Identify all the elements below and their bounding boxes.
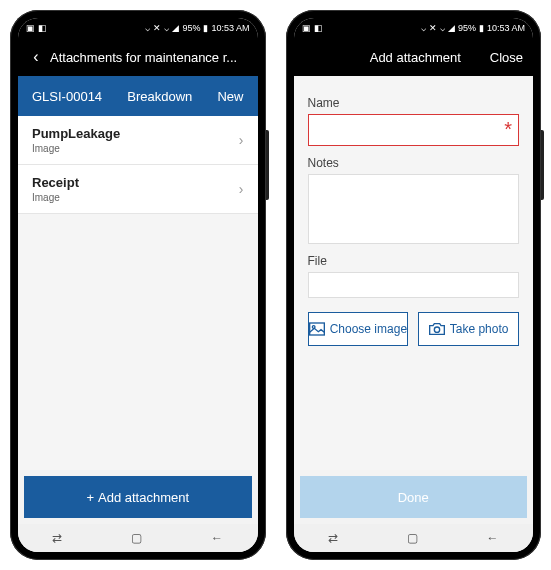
wifi-icon: ⌵: [440, 23, 445, 33]
back-nav-icon[interactable]: ←: [487, 531, 499, 545]
camera-icon: [429, 322, 445, 336]
appbar-title: Attachments for maintenance r...: [46, 50, 250, 65]
clock: 10:53 AM: [211, 23, 249, 33]
list-item[interactable]: PumpLeakage Image ›: [18, 116, 258, 165]
home-icon[interactable]: ▢: [407, 531, 418, 545]
file-label: File: [308, 254, 520, 268]
item-type: Image: [32, 143, 120, 154]
required-icon: *: [504, 119, 512, 139]
bluetooth-icon: ⌵: [421, 23, 426, 33]
signal-icon: ◢: [172, 23, 179, 33]
form-content: Name * Notes File Choose image: [294, 76, 534, 470]
item-name: PumpLeakage: [32, 126, 120, 141]
statusbar-app-icon2: ◧: [314, 23, 323, 33]
wifi-icon: ⌵: [164, 23, 169, 33]
screen-right: ▣ ◧ ⌵ ✕ ⌵ ◢ 95% ▮ 10:53 AM Add attachmen…: [294, 18, 534, 552]
attachments-list: PumpLeakage Image › Receipt Image ›: [18, 116, 258, 470]
statusbar: ▣ ◧ ⌵ ✕ ⌵ ◢ 95% ▮ 10:53 AM: [294, 18, 534, 38]
home-icon[interactable]: ▢: [131, 531, 142, 545]
notes-input[interactable]: [308, 174, 520, 244]
chevron-right-icon: ›: [239, 132, 244, 148]
context-type: Breakdown: [127, 89, 192, 104]
done-button[interactable]: Done: [300, 476, 528, 518]
battery-icon: ▮: [203, 23, 208, 33]
back-nav-icon[interactable]: ←: [211, 531, 223, 545]
chevron-right-icon: ›: [239, 181, 244, 197]
take-photo-button[interactable]: Take photo: [418, 312, 519, 346]
back-icon[interactable]: ‹: [26, 48, 46, 66]
context-status: New: [217, 89, 243, 104]
list-item[interactable]: Receipt Image ›: [18, 165, 258, 214]
appbar: ‹ Attachments for maintenance r...: [18, 38, 258, 76]
recent-apps-icon[interactable]: ⇄: [328, 531, 338, 545]
item-type: Image: [32, 192, 79, 203]
close-button[interactable]: Close: [484, 50, 523, 65]
item-name: Receipt: [32, 175, 79, 190]
clock: 10:53 AM: [487, 23, 525, 33]
context-row: GLSI-00014 Breakdown New: [18, 76, 258, 116]
phone-left: ▣ ◧ ⌵ ✕ ⌵ ◢ 95% ▮ 10:53 AM ‹ Attachments…: [10, 10, 266, 560]
mute-icon: ✕: [429, 23, 437, 33]
mute-icon: ✕: [153, 23, 161, 33]
add-attachment-label: Add attachment: [98, 490, 189, 505]
notes-label: Notes: [308, 156, 520, 170]
battery-icon: ▮: [479, 23, 484, 33]
statusbar: ▣ ◧ ⌵ ✕ ⌵ ◢ 95% ▮ 10:53 AM: [18, 18, 258, 38]
statusbar-app-icon: ▣: [302, 23, 311, 33]
recent-apps-icon[interactable]: ⇄: [52, 531, 62, 545]
bluetooth-icon: ⌵: [145, 23, 150, 33]
phone-right: ▣ ◧ ⌵ ✕ ⌵ ◢ 95% ▮ 10:53 AM Add attachmen…: [286, 10, 542, 560]
add-attachment-button[interactable]: + Add attachment: [24, 476, 252, 518]
battery-pct: 95%: [182, 23, 200, 33]
appbar: Add attachment Close: [294, 38, 534, 76]
android-navbar: ⇄ ▢ ←: [294, 524, 534, 552]
choose-image-button[interactable]: Choose image: [308, 312, 409, 346]
statusbar-app-icon: ▣: [26, 23, 35, 33]
file-input[interactable]: [308, 272, 520, 298]
svg-point-2: [434, 327, 439, 332]
done-label: Done: [398, 490, 429, 505]
svg-rect-0: [309, 323, 324, 335]
name-input[interactable]: *: [308, 114, 520, 146]
battery-pct: 95%: [458, 23, 476, 33]
choose-image-label: Choose image: [330, 322, 407, 336]
signal-icon: ◢: [448, 23, 455, 33]
statusbar-app-icon2: ◧: [38, 23, 47, 33]
plus-icon: +: [86, 490, 94, 505]
android-navbar: ⇄ ▢ ←: [18, 524, 258, 552]
image-icon: [309, 322, 325, 336]
take-photo-label: Take photo: [450, 322, 509, 336]
context-id: GLSI-00014: [32, 89, 102, 104]
screen-left: ▣ ◧ ⌵ ✕ ⌵ ◢ 95% ▮ 10:53 AM ‹ Attachments…: [18, 18, 258, 552]
name-label: Name: [308, 96, 520, 110]
